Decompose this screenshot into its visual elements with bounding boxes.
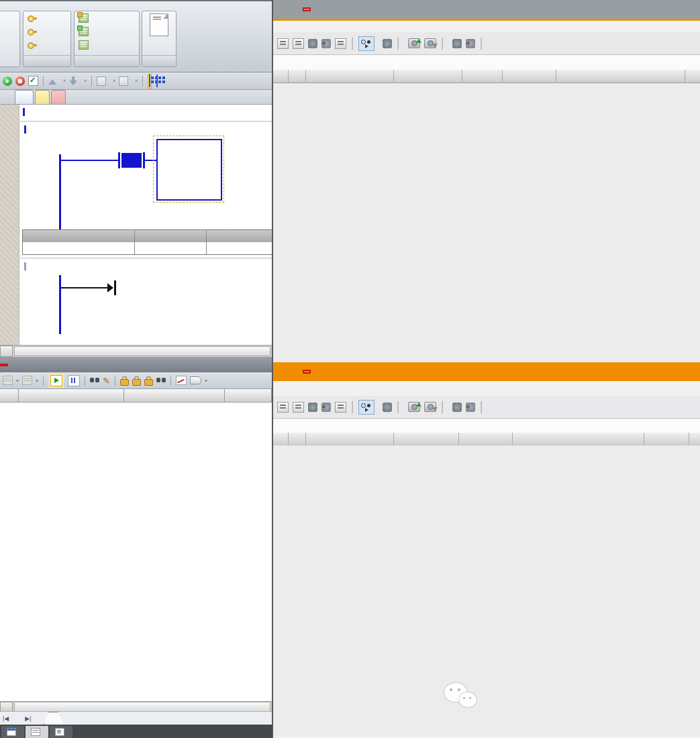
snapshot-up-icon[interactable] — [408, 402, 420, 412]
network-view-icon — [149, 74, 150, 87]
db8-rows — [273, 445, 700, 736]
upload-icon[interactable] — [48, 76, 56, 85]
load-icon[interactable] — [308, 39, 317, 48]
retain-icon[interactable] — [383, 403, 392, 412]
pou-protect-button[interactable] — [23, 25, 70, 38]
monitor-all-icon[interactable] — [358, 400, 374, 415]
network-view2-button[interactable] — [155, 74, 159, 89]
scroll-thumb[interactable] — [14, 346, 270, 356]
tia-portal-panel — [272, 0, 700, 738]
nav-last-icon[interactable]: ▶| — [22, 713, 34, 725]
editor-hscrollbar[interactable] — [0, 345, 272, 356]
ladder-editor[interactable] — [0, 105, 272, 345]
new-chart-icon[interactable] — [3, 376, 13, 385]
snapshot-up-icon[interactable] — [408, 38, 420, 48]
delete-icon[interactable] — [119, 76, 128, 86]
copy-start-icon[interactable] — [452, 403, 462, 412]
insert-row-icon[interactable] — [277, 402, 289, 413]
status-chart-toolbar: ▾ ▾ ✎ ▾ — [0, 372, 272, 389]
tab-sbr0[interactable] — [35, 90, 50, 104]
download-icon[interactable] — [69, 76, 77, 85]
db1-header-row — [273, 70, 700, 83]
gsdml-group-label — [142, 55, 176, 66]
copy-start-all-icon[interactable] — [466, 39, 475, 48]
chart-status-pause-icon[interactable] — [68, 375, 80, 386]
nav-first-icon[interactable]: |◀ — [0, 713, 11, 725]
snapshot-down-icon[interactable] — [424, 402, 436, 412]
compile-icon[interactable] — [321, 403, 331, 412]
tab-scroll-back-icon[interactable] — [0, 90, 15, 104]
db8-title — [273, 419, 700, 433]
symbol-table-row[interactable] — [23, 242, 272, 254]
contact-energized-fill[interactable] — [121, 153, 142, 168]
trend-view-icon[interactable] — [176, 376, 187, 385]
add-row-icon[interactable] — [293, 38, 304, 49]
monitor-all-icon[interactable] — [358, 36, 374, 51]
run-icon[interactable] — [3, 76, 12, 86]
from-column-header — [689, 433, 700, 446]
tab-symbol-table[interactable] — [1, 726, 24, 738]
tag-icon[interactable] — [190, 376, 201, 384]
wire — [59, 160, 118, 161]
retain-icon[interactable] — [383, 39, 392, 48]
network-2-comment[interactable] — [24, 262, 30, 271]
scroll-left-icon[interactable] — [0, 346, 13, 357]
stop-icon[interactable] — [15, 76, 25, 86]
tab-data-block[interactable] — [50, 726, 72, 738]
add-row-icon[interactable] — [293, 402, 304, 413]
program-comment[interactable] — [23, 107, 28, 117]
settings-button-partial[interactable] — [0, 11, 20, 67]
datapage-protect-button[interactable] — [23, 38, 70, 52]
force-all-icon[interactable] — [144, 379, 153, 386]
delete-dropdown-icon[interactable]: ▾ — [135, 78, 138, 84]
gsdml-manage-button[interactable] — [142, 11, 176, 36]
datatype-column-header — [394, 433, 459, 446]
expand-all-icon[interactable] — [335, 402, 346, 413]
library-create-button[interactable] — [74, 11, 139, 25]
project-protect-button[interactable] — [23, 11, 70, 25]
upload-dropdown-icon[interactable]: ▾ — [63, 78, 66, 84]
unforce-icon[interactable] — [132, 379, 141, 386]
write-all-icon[interactable]: ✎ — [103, 376, 110, 385]
key-icon — [28, 42, 37, 48]
read-all-icon[interactable] — [90, 377, 99, 384]
insert-icon[interactable] — [97, 76, 106, 86]
chart-tab-1[interactable] — [44, 712, 64, 725]
insert-dropdown-icon[interactable]: ▾ — [113, 78, 115, 84]
chart-status-start-icon[interactable] — [50, 375, 62, 386]
chart-hscrollbar[interactable] — [0, 701, 272, 711]
copy-start-icon[interactable] — [452, 39, 462, 48]
status-chart-table — [0, 389, 272, 701]
scroll-thumb[interactable] — [14, 702, 270, 712]
insert-row-icon[interactable] — [277, 38, 289, 49]
library-memory-button[interactable] — [74, 38, 139, 52]
read-force-icon[interactable] — [156, 377, 166, 384]
force-icon[interactable] — [120, 379, 129, 386]
library-group-label — [74, 55, 139, 66]
open-branch-arrow[interactable] — [60, 280, 121, 295]
tag-dropdown-icon[interactable]: ▾ — [205, 378, 207, 384]
compile-icon[interactable] — [321, 39, 331, 48]
library-open-folder-button[interactable] — [74, 25, 139, 38]
tab-int0[interactable] — [51, 90, 66, 104]
snapshot-down-icon[interactable] — [424, 38, 436, 48]
tab-status-chart[interactable] — [26, 726, 48, 738]
compile-icon[interactable] — [28, 76, 38, 86]
tab-main[interactable] — [15, 90, 34, 104]
scroll-left-icon[interactable] — [0, 702, 13, 712]
network-1-comment[interactable] — [24, 125, 30, 134]
expand-all-icon[interactable] — [335, 38, 346, 49]
network-view-button[interactable] — [148, 74, 152, 89]
protection-group-label — [23, 55, 70, 66]
breadcrumb-write-db8[interactable] — [303, 370, 311, 374]
download-dropdown-icon[interactable]: ▾ — [84, 78, 87, 84]
settings-label — [0, 30, 19, 44]
net-exe-block[interactable] — [156, 139, 222, 201]
new-chart-dropdown-icon[interactable]: ▾ — [16, 378, 19, 384]
db8-header-row — [273, 433, 700, 446]
delete-chart-dropdown-icon[interactable]: ▾ — [36, 378, 38, 384]
load-icon[interactable] — [308, 403, 317, 412]
copy-start-all-icon[interactable] — [466, 403, 475, 412]
delete-chart-icon[interactable] — [22, 376, 32, 385]
breadcrumb-data-db1[interactable] — [303, 7, 311, 11]
